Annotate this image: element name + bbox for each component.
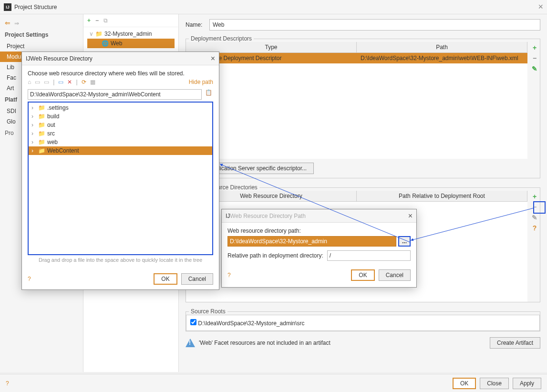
- deploy-col-path: Path: [357, 42, 527, 52]
- hide-path-link[interactable]: Hide path: [189, 79, 213, 85]
- folder-settings[interactable]: ›📁.settings: [29, 103, 212, 112]
- nav-arrows[interactable]: ⇐ ⇒: [0, 17, 83, 29]
- dlg1-close-icon[interactable]: ×: [211, 54, 215, 63]
- dlg1-message: Choose web resource directory where web …: [28, 70, 213, 77]
- desktop-icon[interactable]: ▭: [35, 79, 40, 85]
- folder-out[interactable]: ›📁out: [29, 121, 212, 129]
- tree-child-web[interactable]: 🌐 Web: [87, 39, 175, 48]
- deploy-add-icon[interactable]: +: [533, 44, 537, 52]
- sidebar-item-project[interactable]: Project: [0, 41, 83, 52]
- main-footer: ? OK Close Apply: [0, 374, 547, 392]
- dlg2-cancel-button[interactable]: Cancel: [379, 269, 411, 281]
- webres-col2: Path Relative to Deployment Root: [357, 191, 527, 201]
- webres-help-icon[interactable]: ?: [533, 224, 537, 232]
- folder-src[interactable]: ›📁src: [29, 129, 212, 138]
- footer-ok-button[interactable]: OK: [453, 378, 476, 389]
- dlg1-ok-button[interactable]: OK: [154, 273, 177, 285]
- dlg2-help-icon[interactable]: ?: [227, 272, 231, 279]
- folder-web[interactable]: ›📁web: [29, 138, 212, 146]
- footer-apply-button[interactable]: Apply: [513, 378, 541, 389]
- dlg1-hint: Drag and drop a file into the space abov…: [28, 255, 213, 265]
- show-hidden-icon[interactable]: ▦: [90, 79, 95, 85]
- highlight-add-button: [533, 201, 546, 214]
- dlg2-title: Web Resource Directory Path: [230, 213, 306, 219]
- dlg2-path-input[interactable]: [227, 236, 396, 247]
- source-root-item[interactable]: D:\IdeaWordSpace\32-Mystore_admin\src: [190, 320, 305, 327]
- copy-icon[interactable]: ⧉: [103, 17, 108, 24]
- add-module-icon[interactable]: +: [87, 17, 91, 24]
- dlg1-title: Web Resource Directory: [30, 55, 93, 62]
- footer-close-button[interactable]: Close: [480, 378, 509, 389]
- tree-root-label: 32-Mystore_admin: [104, 31, 152, 37]
- deploy-row[interactable]: Web Module Deployment Descriptor D:\Idea…: [186, 53, 527, 63]
- sidebar-header-project: Project Settings: [0, 29, 83, 41]
- dlg2-browse-button[interactable]: ...: [398, 236, 411, 247]
- dialog-webres-dir: IJ Web Resource Directory × Choose web r…: [21, 52, 219, 290]
- dlg2-rel-input[interactable]: [327, 250, 411, 261]
- clipboard-icon[interactable]: 📋: [204, 89, 213, 100]
- delete-icon[interactable]: ✕: [67, 79, 72, 85]
- tree-root-node[interactable]: ∨📁 32-Mystore_admin: [87, 29, 175, 39]
- folder-webcontent[interactable]: ›📁WebContent: [29, 146, 212, 155]
- tree-child-label: Web: [111, 40, 122, 47]
- name-input[interactable]: [209, 19, 540, 31]
- warning-text: 'Web' Facet resources are not included i…: [199, 340, 330, 346]
- folder-tree[interactable]: ›📁.settings ›📁build ›📁out ›📁src ›📁web ›📁…: [28, 102, 213, 255]
- folder-build[interactable]: ›📁build: [29, 112, 212, 121]
- remove-module-icon[interactable]: −: [95, 17, 99, 24]
- roots-legend: Source Roots: [189, 308, 227, 315]
- dlg2-label-path: Web resource directory path:: [227, 227, 411, 234]
- home-icon[interactable]: ⌂: [28, 79, 31, 85]
- dlg2-close-icon[interactable]: ×: [408, 212, 413, 220]
- deploy-remove-icon[interactable]: −: [533, 54, 537, 62]
- deploy-legend: Deployment Descriptors: [189, 35, 254, 42]
- dialog-webres-path: IJ Web Resource Directory Path × Web res…: [221, 209, 417, 288]
- name-label: Name:: [186, 21, 209, 28]
- dlg1-icon: IJ: [26, 55, 30, 62]
- dlg2-ok-button[interactable]: OK: [351, 269, 374, 281]
- app-icon: IJ: [4, 3, 11, 11]
- create-artifact-button[interactable]: Create Artifact: [490, 337, 540, 349]
- module-toolbar: + − ⧉: [83, 14, 178, 27]
- dlg2-label-rel: Relative path in deployment directory:: [227, 252, 323, 259]
- window-titlebar: IJ Project Structure ×: [0, 0, 547, 14]
- dlg2-icon: IJ: [226, 213, 230, 219]
- deployment-descriptors-fieldset: Deployment Descriptors Type Path Web Mod…: [186, 35, 540, 178]
- window-title: Project Structure: [14, 4, 57, 10]
- refresh-icon[interactable]: ⟳: [82, 79, 86, 85]
- dlg1-help-icon[interactable]: ?: [28, 276, 31, 282]
- source-roots-fieldset: Source Roots D:\IdeaWordSpace\32-Mystore…: [186, 308, 540, 331]
- warning-icon: [186, 339, 195, 347]
- deploy-col-type: Type: [186, 42, 357, 52]
- footer-help-icon[interactable]: ?: [6, 380, 9, 387]
- dlg1-cancel-button[interactable]: Cancel: [181, 273, 213, 285]
- new-folder-icon[interactable]: ▭: [58, 79, 63, 85]
- source-root-checkbox[interactable]: [190, 319, 196, 325]
- facet-config-panel: Name: Deployment Descriptors Type Path W…: [179, 14, 547, 372]
- webres-add-icon[interactable]: +: [533, 193, 537, 200]
- webres-edit-icon: ✎: [532, 214, 537, 221]
- project-icon[interactable]: ▭: [44, 79, 49, 85]
- dlg1-path-input[interactable]: [28, 89, 202, 100]
- window-close-icon[interactable]: ×: [538, 2, 543, 12]
- deploy-edit-icon[interactable]: ✎: [532, 65, 537, 72]
